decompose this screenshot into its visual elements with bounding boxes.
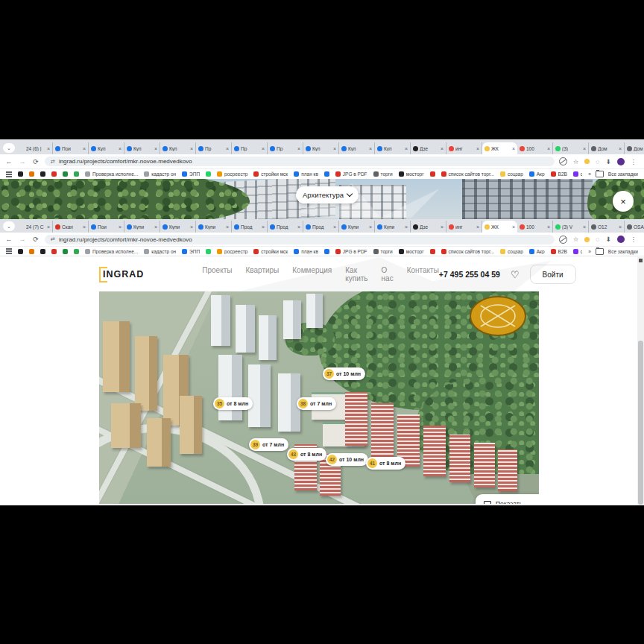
scrollbar-up-arrow[interactable] bbox=[639, 259, 643, 262]
tab-close-icon[interactable]: × bbox=[83, 224, 86, 230]
bookmark-item[interactable]: список сайтов торг... bbox=[441, 249, 494, 254]
bookmark-item[interactable] bbox=[63, 171, 68, 177]
tab-close-icon[interactable]: × bbox=[512, 224, 515, 230]
tab-close-icon[interactable]: × bbox=[476, 224, 479, 230]
forward-icon[interactable]: → bbox=[18, 158, 27, 165]
bookmark-item[interactable]: кадастр он bbox=[144, 171, 176, 177]
price-badge[interactable]: 37 от 10 млн bbox=[323, 367, 365, 380]
bookmark-item[interactable] bbox=[74, 171, 79, 177]
browser-tab[interactable]: 100 × bbox=[517, 142, 553, 154]
bookmark-item[interactable] bbox=[29, 249, 34, 254]
apps-grid-icon[interactable] bbox=[6, 171, 12, 177]
bookmark-item[interactable]: JPG в PDF bbox=[335, 249, 367, 254]
bookmark-item[interactable] bbox=[430, 171, 435, 177]
tab-close-icon[interactable]: × bbox=[154, 146, 157, 151]
tab-close-icon[interactable]: × bbox=[262, 224, 265, 230]
bookmark-item[interactable]: соцзар bbox=[500, 249, 523, 254]
bookmark-star-icon[interactable]: ☆ bbox=[573, 158, 579, 165]
site-info-icon[interactable]: ⇄ bbox=[51, 236, 55, 242]
browser-tab[interactable]: О12 × bbox=[589, 221, 625, 233]
forward-icon[interactable]: → bbox=[18, 236, 27, 243]
tab-close-icon[interactable]: × bbox=[154, 224, 157, 230]
price-badge[interactable]: 39 от 7 млн bbox=[249, 438, 288, 451]
bookmark-item[interactable]: торги bbox=[373, 171, 393, 177]
architecture-dropdown[interactable]: Архитектура bbox=[296, 186, 359, 203]
bookmark-item[interactable]: Акр bbox=[529, 171, 545, 177]
browser-tab[interactable]: Прод × bbox=[268, 221, 303, 233]
tab-close-icon[interactable]: × bbox=[297, 224, 300, 230]
address-bar[interactable]: ⇄ ingrad.ru/projects/comfort/mkr-novoe-m… bbox=[45, 235, 555, 244]
bookmark-item[interactable]: росреестр bbox=[217, 249, 247, 254]
browser-tab[interactable]: инг × bbox=[446, 221, 482, 233]
browser-tab[interactable]: 100 × bbox=[517, 221, 553, 233]
browser-tab[interactable]: Купи × bbox=[160, 221, 196, 233]
tab-close-icon[interactable]: × bbox=[190, 224, 193, 230]
extensions-puzzle-icon[interactable]: ◌ bbox=[596, 158, 599, 165]
bookmark-item[interactable] bbox=[206, 171, 211, 177]
bookmark-item[interactable]: срм bbox=[573, 249, 582, 254]
bookmark-item[interactable] bbox=[430, 249, 435, 254]
tab-close-icon[interactable]: × bbox=[297, 146, 300, 151]
tab-close-icon[interactable]: × bbox=[405, 146, 408, 151]
price-badge[interactable]: 42 от 10 млн bbox=[326, 453, 368, 466]
bookmark-item[interactable] bbox=[40, 249, 45, 254]
bookmark-item[interactable] bbox=[206, 249, 211, 254]
tab-close-icon[interactable]: × bbox=[476, 146, 479, 151]
price-badge[interactable]: 35 от 8 млн bbox=[213, 397, 253, 410]
bookmark-item[interactable]: B2B bbox=[551, 171, 567, 177]
bookmark-item[interactable]: Проверка исполне... bbox=[85, 171, 138, 177]
bookmark-item[interactable] bbox=[51, 171, 57, 177]
show-button[interactable]: Показать bbox=[476, 494, 539, 504]
browser-tab[interactable]: Куп × bbox=[339, 142, 375, 154]
browser-tab[interactable]: Дом × bbox=[625, 142, 644, 154]
bookmark-item[interactable]: список сайтов торг... bbox=[441, 171, 494, 177]
bookmark-item[interactable]: B2B bbox=[551, 249, 567, 254]
browser-tab[interactable]: Куп × bbox=[375, 142, 411, 154]
site-nav-item[interactable]: Проекты bbox=[202, 266, 232, 282]
bookmark-item[interactable]: ЭПП bbox=[182, 171, 200, 177]
bookmark-item[interactable] bbox=[29, 171, 34, 177]
scrollbar-thumb[interactable] bbox=[638, 341, 643, 505]
tab-close-icon[interactable]: × bbox=[583, 224, 586, 230]
downloads-icon[interactable]: ⬇ bbox=[605, 236, 610, 243]
downloads-icon[interactable]: ⬇ bbox=[605, 158, 610, 165]
bookmark-item[interactable] bbox=[63, 249, 68, 254]
browser-tab[interactable]: Дом × bbox=[589, 142, 625, 154]
bookmark-item[interactable]: Проверка исполне... bbox=[85, 249, 138, 254]
tab-close-icon[interactable]: × bbox=[547, 224, 550, 230]
extension-icon[interactable] bbox=[584, 159, 590, 164]
profile-avatar[interactable] bbox=[617, 236, 625, 243]
browser-tab[interactable]: Дзе × bbox=[411, 221, 446, 233]
extension-icon[interactable] bbox=[584, 237, 590, 242]
tab-close-icon[interactable]: × bbox=[583, 146, 586, 151]
bookmarks-overflow-icon[interactable]: » bbox=[588, 249, 591, 254]
browser-tab[interactable]: Купи × bbox=[124, 221, 160, 233]
gallery-close-button[interactable]: × bbox=[613, 191, 634, 212]
browser-tab[interactable]: Пр × bbox=[196, 142, 232, 154]
price-badge[interactable]: 41 от 8 млн bbox=[366, 457, 405, 470]
tab-close-icon[interactable]: × bbox=[47, 224, 50, 230]
browser-tab[interactable]: Куп × bbox=[124, 142, 160, 154]
tab-close-icon[interactable]: × bbox=[226, 224, 229, 230]
browser-tab[interactable]: Купи × bbox=[375, 221, 411, 233]
tab-close-icon[interactable]: × bbox=[333, 224, 336, 230]
tab-close-icon[interactable]: × bbox=[405, 224, 408, 230]
all-bookmarks-label[interactable]: Все закладки bbox=[608, 249, 638, 254]
tab-close-icon[interactable]: × bbox=[47, 146, 50, 151]
tab-close-icon[interactable]: × bbox=[119, 146, 121, 151]
browser-tab[interactable]: Пои × bbox=[53, 142, 89, 154]
bookmarks-overflow-icon[interactable]: » bbox=[588, 171, 591, 177]
browser-tab[interactable]: OSA × bbox=[625, 221, 644, 233]
tab-search-chevron-icon[interactable]: ⌄ bbox=[3, 221, 15, 231]
browser-tab[interactable]: (3) V × bbox=[553, 221, 589, 233]
tab-close-icon[interactable]: × bbox=[441, 224, 443, 230]
bookmark-item[interactable]: ЭПП bbox=[182, 249, 200, 254]
browser-tab[interactable]: (3) × bbox=[553, 142, 589, 154]
tab-close-icon[interactable]: × bbox=[119, 224, 121, 230]
bookmark-item[interactable] bbox=[324, 249, 329, 254]
bookmark-item[interactable] bbox=[51, 249, 57, 254]
browser-tab[interactable]: Прод × bbox=[232, 221, 268, 233]
browser-tab[interactable]: Дзе × bbox=[411, 142, 446, 154]
browser-tab[interactable]: Пр × bbox=[232, 142, 268, 154]
browser-tab[interactable]: ЖК × bbox=[482, 221, 517, 233]
